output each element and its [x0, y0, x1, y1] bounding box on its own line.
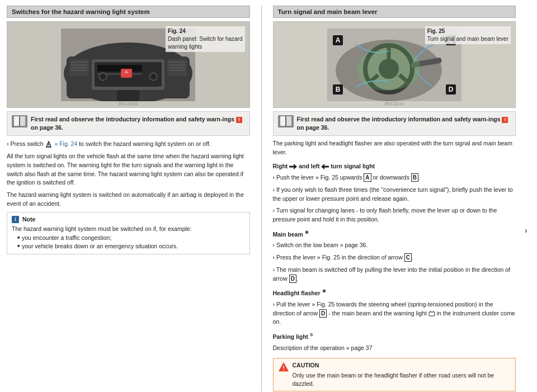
svg-text:D: D [448, 86, 453, 93]
svg-rect-23 [117, 90, 139, 101]
left-body1: Press switch [11, 140, 44, 147]
note-bullet-list: you encounter a traffic congestion; your… [12, 234, 245, 252]
right-panel: Turn signal and main beam lever [273, 6, 516, 391]
left-warning-box: First read and observe the introductory … [7, 111, 250, 136]
caution-title: CAUTION [293, 361, 511, 370]
subtitle2: Main beam [273, 230, 303, 237]
left-section-title: Switches for the hazard warning light sy… [12, 8, 150, 15]
subtitle-turn-signal: Right and left turn signal light [273, 163, 516, 169]
left-panel: Switches for the hazard warning light sy… [7, 6, 250, 391]
right-warning-intro: First read and observe the introductory … [297, 116, 501, 122]
right-warning-text: First read and observe the introductory … [297, 115, 511, 132]
right-s2-body2: › Press the lever » Fig. 25 in the direc… [273, 253, 516, 262]
left-section-header: Switches for the hazard warning light sy… [7, 6, 250, 18]
right-s2-b2: Press the lever » Fig. 25 in the directi… [276, 254, 403, 261]
left-warning-intro: First read and observe the introductory … [31, 116, 234, 122]
left-body-1: › Press switch » Fig. 24 to switch the h… [7, 139, 250, 149]
left-fig-caption-line1: Dash panel: Switch for hazard [168, 36, 242, 42]
left-body1b[interactable]: » Fig. 24 [54, 140, 77, 147]
right-s1-body2: › If you only wish to flash three times … [273, 186, 516, 204]
subtitle1c: turn signal light [331, 163, 375, 169]
chevron-r3: › [273, 207, 275, 214]
right-section-title: Turn signal and main beam lever [278, 8, 378, 15]
svg-rect-47 [286, 116, 291, 126]
caution-content: CAUTION Only use the main beam or the he… [293, 361, 511, 388]
label-b: B [411, 173, 418, 182]
parking-super: S [310, 332, 313, 337]
chevron-r4: › [273, 242, 275, 248]
right-s1-b1: Push the lever » Fig. 25 upwards [276, 174, 362, 181]
caution-triangle-svg: ! [278, 361, 289, 372]
note-title-text: Note [22, 215, 35, 224]
subtitle3: Headlight flasher [273, 290, 321, 296]
hazard-symbol-small [45, 141, 53, 149]
chevron-r7: › [273, 301, 275, 308]
chevron-r1: › [273, 174, 275, 181]
right-edge-arrow-container: › [525, 6, 530, 391]
book-icon-right [278, 115, 294, 127]
right-s4-b1: Description of the operation » page 37 [273, 344, 373, 351]
svg-text:A: A [335, 36, 340, 44]
left-warning-text: First read and observe the introductory … [31, 115, 245, 132]
left-body1c: to switch the hazard warning light syste… [79, 140, 211, 147]
left-note-box: i Note The hazard warning light system m… [7, 212, 250, 254]
svg-point-12 [151, 74, 156, 79]
right-s1-body1: › Push the lever » Fig. 25 upwards A or … [273, 173, 516, 182]
right-fig-number: Fig. 25 [427, 28, 445, 34]
right-fig-caption: Fig. 25 Turn signal and main beam lever [425, 26, 511, 44]
note-bullet-1: you encounter a traffic congestion; [17, 234, 245, 243]
subtitle1b: and left [299, 163, 319, 169]
left-body-3: The hazard warning light system is switc… [7, 191, 250, 209]
left-body2: All the turn signal lights on the vehicl… [7, 153, 244, 186]
left-watermark: B0J-0269 [119, 101, 138, 106]
svg-rect-26 [19, 116, 20, 126]
right-s2-body3: › The main beam is switched off by pulli… [273, 266, 516, 284]
arrow-right-icon [321, 164, 329, 169]
left-body-2: All the turn signal lights on the vehicl… [7, 152, 250, 187]
subtitle-main-beam: Main beam ⊕ [273, 230, 516, 238]
main-content: Switches for the hazard warning light sy… [0, 0, 537, 392]
left-fig-caption-line2: warning lights [168, 44, 202, 50]
left-figure-box: Fig. 24 Dash panel: Switch for hazard wa… [7, 21, 250, 108]
svg-rect-25 [20, 116, 25, 126]
svg-marker-49 [289, 164, 297, 169]
subtitle-headlight: Headlight flasher ⊕ [273, 289, 516, 296]
book-icon-left [12, 115, 27, 127]
label-a: A [364, 173, 371, 182]
right-section-header: Turn signal and main beam lever [273, 6, 516, 18]
right-s1-b3: Turn signal for changing lanes - to only… [273, 207, 497, 223]
subtitle4: Parking light [273, 333, 309, 340]
right-s1-b2: If you only wish to flash three times (t… [273, 186, 513, 202]
left-fig-caption: Fig. 24 Dash panel: Switch for hazard wa… [166, 26, 244, 52]
right-s2-b3: The main beam is switched off by pulling… [273, 266, 511, 282]
right-figure-box: A B C D [273, 21, 516, 108]
note-bullet-2: your vehicle breaks down or an emergency… [17, 242, 245, 251]
svg-rect-48 [285, 116, 286, 126]
arrow-left-icon [289, 164, 297, 169]
svg-point-10 [101, 74, 105, 79]
subtitle-parking: Parking light S [273, 332, 516, 340]
svg-rect-51 [429, 312, 435, 316]
right-s4-body1: Description of the operation » page 37 [273, 344, 516, 353]
headlight-super: ⊕ [322, 289, 326, 294]
svg-rect-46 [280, 116, 285, 126]
svg-text:B: B [335, 86, 340, 93]
caution-body: Only use the main beam or the headlight … [293, 371, 511, 388]
caution-icon: ! [278, 361, 289, 372]
svg-rect-5 [97, 65, 142, 72]
label-c: C [404, 253, 412, 262]
right-exclaim-icon: ! [502, 117, 508, 123]
label-d2: D [319, 309, 327, 318]
right-s1-body3: › Turn signal for changing lanes - to on… [273, 206, 516, 224]
right-s1-b1b: or downwards [373, 174, 409, 181]
warning-light-icon [428, 311, 435, 317]
chevron-r6: › [273, 266, 275, 273]
svg-point-29 [49, 146, 50, 147]
main-beam-super: ⊕ [305, 230, 309, 235]
label-d: D [289, 275, 296, 283]
svg-marker-50 [321, 164, 329, 169]
chevron-1: › [7, 140, 9, 147]
chevron-r2: › [273, 186, 275, 193]
subtitle1: Right [273, 163, 288, 169]
left-warning-page: on page 36. [31, 124, 63, 131]
